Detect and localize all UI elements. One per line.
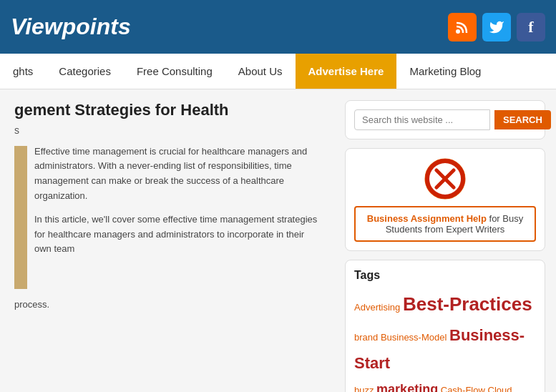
close-icon (424, 157, 467, 200)
article-body-3: process. (14, 298, 320, 313)
rss-icon[interactable] (448, 13, 477, 41)
twitter-icon[interactable] (482, 13, 511, 41)
main-content: gement Strategies for Health s Effective… (0, 89, 556, 392)
article-image (14, 146, 27, 289)
tag-buzz[interactable]: buzz (354, 385, 374, 392)
nav-item-marketing-blog[interactable]: Marketing Blog (396, 54, 494, 89)
tags-content: Advertising Best-Practices brand Busines… (354, 288, 536, 392)
site-header: Viewpoints f (0, 0, 556, 54)
nav-item-free-consulting[interactable]: Free Consulting (124, 54, 225, 89)
site-title: Viewpoints (11, 14, 131, 40)
ad-box: Business Assignment Help for Busy Studen… (345, 148, 545, 251)
tag-cash-flow[interactable]: Cash-Flow (441, 385, 485, 392)
article-body-1: Effective time management is crucial for… (34, 144, 320, 204)
main-nav: ghts Categories Free Consulting About Us… (0, 54, 556, 89)
tags-box: Tags Advertising Best-Practices brand Bu… (345, 260, 545, 392)
tag-cloud[interactable]: Cloud (488, 385, 512, 392)
search-box: SEARCH (345, 100, 545, 139)
tag-marketing[interactable]: marketing (376, 382, 438, 392)
search-button[interactable]: SEARCH (494, 110, 551, 129)
facebook-icon[interactable]: f (517, 13, 545, 41)
tag-advertising[interactable]: Advertising (354, 302, 400, 313)
article-title: gement Strategies for Health (14, 100, 320, 121)
svg-point-0 (456, 29, 460, 34)
article-body-2: In this article, we'll cover some effect… (34, 212, 320, 257)
nav-item-insights[interactable]: ghts (0, 54, 46, 89)
ad-link-text: Business Assignment Help for Busy Studen… (361, 213, 529, 235)
tag-brand[interactable]: brand (354, 332, 378, 343)
ad-link[interactable]: Business Assignment Help (367, 213, 487, 224)
nav-item-advertise-here[interactable]: Advertise Here (296, 54, 397, 89)
ad-link-box[interactable]: Business Assignment Help for Busy Studen… (354, 206, 536, 242)
tags-title: Tags (354, 269, 536, 282)
social-icons-group: f (448, 13, 545, 41)
search-input[interactable] (354, 109, 490, 130)
article-content: gement Strategies for Health s Effective… (0, 89, 334, 392)
article-subtitle: s (14, 124, 320, 136)
sidebar: SEARCH Business Assignment (334, 89, 556, 392)
tag-business-model[interactable]: Business-Model (381, 332, 447, 343)
nav-item-about-us[interactable]: About Us (225, 54, 296, 89)
nav-item-categories[interactable]: Categories (46, 54, 124, 89)
tag-best-practices[interactable]: Best-Practices (403, 293, 532, 315)
